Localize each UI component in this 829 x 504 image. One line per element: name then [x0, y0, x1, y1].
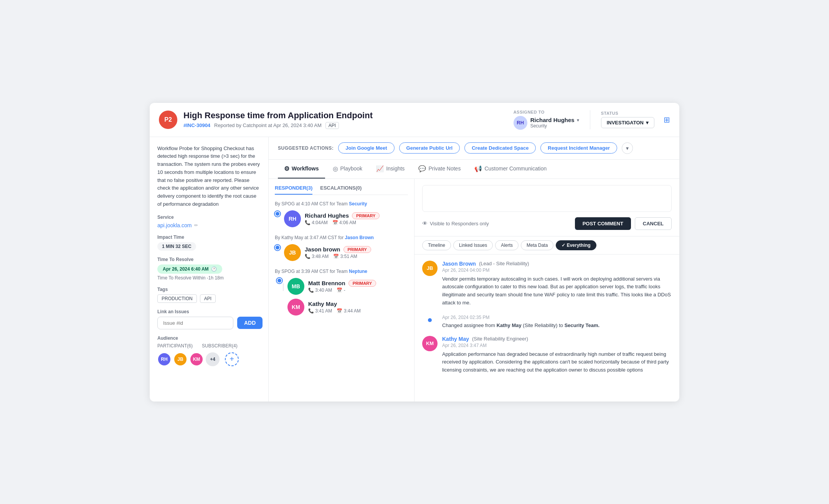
reported-by: Reported by Catchpoint at Apr 26, 2024 3…: [214, 122, 322, 128]
incident-title: High Response time from Application Endp…: [183, 111, 507, 121]
responder-tabs: RESPONDER(3) ESCALATIONS(0): [275, 185, 408, 195]
resp-name-richard: Richard Hughes: [305, 212, 349, 219]
service-link[interactable]: api.jookla.com: [157, 222, 192, 228]
assigned-chevron-icon[interactable]: ▾: [577, 117, 579, 123]
tab-workflows[interactable]: ⚙ Workflows: [278, 160, 325, 178]
tab-playbook[interactable]: ◎ Playbook: [327, 160, 369, 178]
tab-insights[interactable]: 📈 Insights: [370, 160, 411, 178]
create-dedicated-space-button[interactable]: Create Dedicated Space: [464, 142, 536, 154]
post-comment-button[interactable]: POST COMMENT: [575, 217, 631, 230]
filter-meta-data[interactable]: Meta Data: [521, 240, 553, 250]
avatar-row: RH JB KM +4 +: [157, 352, 261, 366]
priority-badge: P2: [159, 111, 177, 129]
description-text: Workflow Probe for Shopping Checkout has…: [157, 145, 261, 208]
resp-phone-time-kathy: 📞 3:41 AM: [308, 308, 332, 314]
entry-header-kathy: Kathy May (Site Reliability Engineer): [442, 336, 672, 342]
entry-content-kathy: Kathy May (Site Reliability Engineer) Ap…: [442, 336, 672, 374]
timeline-entry-system: Apr 26, 2024 02:35 PM Changed assignee f…: [422, 315, 672, 328]
avatar-1: RH: [157, 352, 171, 366]
private-notes-icon: 💬: [418, 165, 426, 172]
join-google-meet-button[interactable]: Join Google Meet: [338, 142, 394, 154]
assigned-to-section: ASSIGNED TO RH Richard Hughes ▾ Security: [514, 110, 579, 130]
playbook-icon: ◎: [333, 165, 338, 172]
resp-name-kathy: Kathy May: [308, 301, 337, 307]
visible-text: Visible to Responders only: [430, 221, 489, 226]
issue-input[interactable]: [157, 317, 233, 329]
status-dropdown[interactable]: INVESTIGATON ▾: [601, 117, 654, 128]
grid-icon[interactable]: ⊞: [664, 115, 670, 124]
assigned-section: ASSIGNED TO RH Richard Hughes ▾ Security…: [514, 110, 670, 130]
generate-public-url-button[interactable]: Generate Public Url: [399, 142, 460, 154]
add-audience-button[interactable]: +: [225, 352, 239, 366]
impact-label: Impact Time: [157, 235, 261, 240]
link-issues-label: Link an Issues: [157, 309, 261, 314]
resp-group-header-3: By SPOG at 3:39 AM CST for Team Neptune: [275, 269, 408, 274]
request-incident-manager-button[interactable]: Request Incident Manager: [540, 142, 617, 154]
entry-header-jason: Jason Brown (Lead - Site Reliability): [442, 261, 672, 267]
resp-calendar-time-matt: 📅 -: [337, 288, 345, 293]
resp-kathy-may: KM Kathy May 📞 3:41 AM 📅 3:44 AM: [287, 299, 408, 316]
add-button[interactable]: ADD: [237, 317, 263, 329]
service-label: Service: [157, 215, 261, 220]
tab-private-notes[interactable]: 💬 Private Notes: [412, 160, 467, 178]
left-panel: Workflow Probe for Shopping Checkout has…: [150, 137, 269, 402]
system-entry-content: Apr 26, 2024 02:35 PM Changed assignee f…: [442, 315, 599, 328]
entry-role-jason: (Lead - Site Reliability): [479, 261, 529, 266]
resolve-date: Apr 26, 2024 6:40 AM: [163, 266, 209, 272]
entry-name-jason: Jason Brown: [442, 261, 476, 267]
main-tabs: ⚙ Workflows ◎ Playbook 📈 Insights 💬 Priv…: [269, 160, 679, 179]
audience-header: PARTICIPANT(6) SUBSCRIBER(4): [157, 343, 261, 349]
status-label: STATUS: [601, 111, 654, 116]
filter-linked-issues[interactable]: Linked Issues: [453, 240, 493, 250]
resp-times-richard: 📞 4:04AM 📅 4:06 AM: [305, 220, 380, 225]
filter-timeline[interactable]: Timeline: [422, 240, 451, 250]
entry-avatar-jason: JB: [422, 261, 438, 276]
system-dot: [428, 318, 432, 322]
resp-group-jason: By Kathy May at 3:47 AM CST for Jason Br…: [275, 235, 408, 261]
assigned-avatar: RH: [514, 116, 527, 130]
workflows-icon: ⚙: [284, 165, 289, 172]
title-section: High Response time from Application Endp…: [183, 111, 507, 129]
tab-customer-communication[interactable]: 📢 Customer Communication: [468, 160, 553, 178]
resolve-badge: Apr 26, 2024 6:40 AM 🕐: [157, 264, 222, 274]
resp-connector-1: [283, 283, 284, 291]
avatar-more: +4: [206, 352, 220, 366]
assign-change-text: Changed assignee from Kathy May (Site Re…: [442, 322, 599, 328]
cancel-comment-button[interactable]: CANCEL: [635, 217, 672, 230]
timeline-entries: JB Jason Brown (Lead - Site Reliability)…: [414, 254, 679, 402]
visible-label: 👁 Visible to Responders only: [422, 220, 489, 226]
assigned-name: Richard Hughes: [530, 117, 575, 123]
body: Workflow Probe for Shopping Checkout has…: [150, 137, 679, 402]
resp-avatar-richard: RH: [284, 210, 301, 227]
assigned-person[interactable]: RH Richard Hughes ▾ Security: [514, 116, 579, 130]
avatar-2: JB: [173, 352, 187, 366]
impact-section: Impact Time 1 MIN 32 SEC: [157, 235, 261, 251]
escalations-tab[interactable]: ESCALATIONS(0): [320, 185, 362, 195]
resp-richard-hughes: RH Richard Hughes PRIMARY 📞 4:04AM 📅 4:0…: [284, 210, 380, 227]
team-jason-link: Jason Brown: [345, 235, 374, 240]
clock-icon: 🕐: [211, 266, 217, 272]
comment-textarea[interactable]: [422, 185, 672, 212]
resp-info-jason: Jason brown PRIMARY 📞 3:48 AM 📅 3:51 AM: [305, 246, 371, 259]
entry-role-kathy: (Site Reliability Engineer): [472, 336, 528, 342]
filter-alerts[interactable]: Alerts: [495, 240, 519, 250]
right-panel: SUGGESTED ACTIONS: Join Google Meet Gene…: [269, 137, 679, 402]
team-security-link[interactable]: Security: [349, 201, 367, 207]
incident-header: P2 High Response time from Application E…: [150, 103, 679, 137]
resp-name-matt: Matt Brennon: [308, 280, 345, 286]
responder-tab[interactable]: RESPONDER(3): [275, 185, 312, 195]
filter-everything[interactable]: ✓ Everything: [556, 240, 596, 250]
more-actions-button[interactable]: ▾: [622, 142, 633, 154]
resp-info-richard: Richard Hughes PRIMARY 📞 4:04AM 📅 4:06 A…: [305, 212, 380, 225]
assigned-role: Security: [530, 123, 579, 129]
entry-time-kathy: Apr 26, 2024 3:47 AM: [442, 343, 672, 348]
audience-section: Audience PARTICIPANT(6) SUBSCRIBER(4) RH…: [157, 335, 261, 366]
timeline-entry-jason: JB Jason Brown (Lead - Site Reliability)…: [422, 261, 672, 307]
edit-icon[interactable]: ✏: [194, 223, 198, 228]
resp-avatar-kathy: KM: [287, 299, 304, 316]
resp-dot-1: [275, 211, 280, 216]
resp-group-neptune: By SPOG at 3:39 AM CST for Team Neptune …: [275, 269, 408, 319]
header-meta: #INC-30904 Reported by Catchpoint at Apr…: [183, 122, 507, 129]
comment-box: 👁 Visible to Responders only POST COMMEN…: [414, 179, 679, 236]
tags-label: Tags: [157, 287, 261, 292]
